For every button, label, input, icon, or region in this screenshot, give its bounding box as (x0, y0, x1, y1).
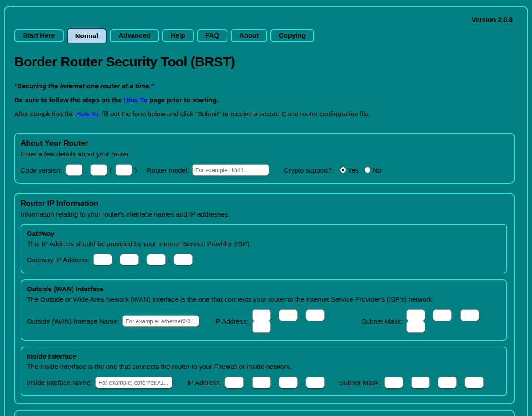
gateway-ip-label: Gateway IP Address: (27, 256, 90, 264)
about-router-section: About Your Router Enter a few details ab… (14, 133, 515, 184)
wan-ip-inputs: ... (249, 309, 347, 333)
octet-separator: . (482, 311, 484, 319)
wan-ip-label: IP Address: (214, 317, 248, 325)
inside-ip-octet-1-input[interactable] (225, 377, 244, 388)
inside-mask-octet-2-input[interactable] (411, 377, 430, 388)
inside-interface-name-label: Inside Inteface Name: (27, 379, 92, 386)
inside-subnet-mask-inputs: ... (381, 377, 484, 388)
tab-faq[interactable]: FAQ (197, 29, 228, 42)
gateway-description: This IP Address should be provided by yo… (27, 240, 501, 247)
inside-ip-octet-3-input[interactable] (279, 377, 298, 388)
about-router-row: Code version: . ( ) Router model: Crypto… (21, 164, 507, 176)
octet-separator: . (142, 256, 143, 263)
code-version-close-paren: ) (135, 166, 137, 174)
instruction-line-1: Be sure to follow the steps on the How T… (14, 96, 515, 104)
instruction-2-suffix: , fill out the form below and click "Sub… (98, 110, 370, 117)
instruction-line-2: After completing the How To, fill out th… (14, 110, 515, 117)
tab-about[interactable]: About (231, 29, 267, 42)
octet-separator: . (300, 378, 302, 386)
crypto-yes-radio[interactable] (340, 167, 346, 173)
octet-separator: . (168, 256, 170, 263)
wan-interface-title: Outside (WAN) Interface (27, 285, 501, 293)
code-version-label: Code version: (21, 166, 62, 174)
code-version-major-input[interactable] (66, 164, 82, 176)
tab-advanced[interactable]: Advanced (110, 29, 159, 42)
code-version-build-input[interactable] (116, 164, 132, 176)
wan-mask-octet-3-input[interactable] (460, 309, 479, 321)
octet-separator: . (115, 256, 116, 263)
octet-separator: . (428, 311, 429, 319)
version-label: Version 2.0.0 (14, 10, 515, 23)
wan-ip-octet-3-input[interactable] (306, 309, 325, 321)
wan-interface-row: Outside (WAN) Inteface Name: IP Address:… (27, 309, 501, 333)
wan-mask-octet-2-input[interactable] (433, 309, 452, 321)
router-ip-description: Information relating to your router's in… (21, 210, 507, 218)
octet-separator: . (274, 311, 275, 319)
gateway-row: Gateway IP Address: ... (27, 254, 501, 265)
tab-start-here[interactable]: Start Here (14, 29, 64, 42)
wan-ip-octet-1-input[interactable] (252, 309, 271, 321)
page-container: Version 2.0.0 Start Here Normal Advanced… (4, 6, 528, 416)
gateway-subsection: Gateway This IP Address should be provid… (21, 224, 507, 273)
octet-separator: . (327, 311, 329, 319)
inside-mask-octet-1-input[interactable] (384, 377, 403, 388)
crypto-support-radio-group: Yes No (340, 166, 387, 174)
instruction-1-suffix: page prior to starting. (147, 96, 219, 104)
crypto-yes-label: Yes (348, 166, 359, 174)
tagline: "Securing the Internet one router at a t… (14, 82, 515, 90)
wan-ip-octet-2-input[interactable] (279, 309, 298, 321)
code-version-dot-separator: . (85, 166, 87, 174)
inside-ip-inputs: ... (221, 377, 325, 388)
how-to-link[interactable]: How To (124, 96, 147, 104)
crypto-no-label: No (373, 166, 381, 174)
instruction-1-prefix: Be sure to follow the steps on the (14, 96, 124, 104)
router-ip-section: Router IP Information Information relati… (14, 193, 515, 404)
inside-ip-octet-2-input[interactable] (252, 377, 271, 388)
router-model-label: Router model: (147, 166, 189, 174)
inside-interface-description: The Inside Interface is the one that con… (27, 363, 501, 370)
octet-separator: . (406, 378, 408, 386)
how-to-link-2[interactable]: How To (76, 110, 99, 117)
service-ip-section: Service IP's and Information IP addresse… (14, 410, 515, 416)
page-title: Border Router Security Tool (BRST) (14, 54, 515, 69)
gateway-ip-inputs: ... (90, 254, 193, 265)
wan-interface-description: The Outside or Wide Area Nework (WAN) In… (27, 295, 501, 303)
router-ip-title: Router IP Information (21, 199, 507, 208)
inside-mask-octet-4-input[interactable] (465, 377, 484, 388)
tab-bar: Start Here Normal Advanced Help FAQ Abou… (14, 28, 515, 42)
about-router-title: About Your Router (21, 139, 507, 148)
octet-separator: . (300, 311, 302, 319)
wan-subnet-mask-inputs: ... (403, 309, 501, 333)
crypto-no-radio[interactable] (365, 167, 371, 173)
wan-interface-name-label: Outside (WAN) Inteface Name: (27, 317, 119, 325)
gateway-title: Gateway (27, 230, 501, 237)
octet-separator: . (274, 378, 275, 386)
octet-separator: . (433, 378, 434, 386)
gateway-ip-octet-1-input[interactable] (93, 254, 112, 265)
instruction-2-prefix: After completing the (14, 110, 76, 117)
gateway-ip-octet-4-input[interactable] (174, 254, 193, 265)
crypto-support-label: Crypto support?: (284, 166, 334, 174)
tab-help[interactable]: Help (162, 29, 194, 42)
octet-separator: . (459, 378, 461, 386)
octet-separator: . (246, 378, 248, 386)
tab-normal[interactable]: Normal (67, 28, 107, 43)
wan-ip-octet-4-input[interactable] (252, 321, 271, 333)
gateway-ip-octet-2-input[interactable] (120, 254, 139, 265)
wan-interface-subsection: Outside (WAN) Interface The Outside or W… (21, 279, 507, 341)
inside-interface-name-input[interactable] (95, 377, 172, 388)
tab-copying[interactable]: Copying (270, 29, 314, 42)
inside-ip-octet-4-input[interactable] (306, 377, 325, 388)
wan-interface-name-input[interactable] (122, 315, 199, 327)
router-model-input[interactable] (192, 164, 269, 176)
inside-subnet-mask-label: Subnet Mask: (339, 379, 381, 386)
wan-mask-octet-1-input[interactable] (406, 309, 425, 321)
inside-ip-label: IP Address: (187, 379, 221, 386)
gateway-ip-octet-3-input[interactable] (147, 254, 166, 265)
inside-mask-octet-3-input[interactable] (438, 377, 457, 388)
inside-interface-title: Inside Interface (27, 352, 501, 360)
code-version-open-paren: ( (110, 166, 112, 174)
about-router-description: Enter a few details about your router. (21, 150, 507, 158)
wan-mask-octet-4-input[interactable] (406, 321, 425, 333)
code-version-minor-input[interactable] (90, 164, 107, 176)
